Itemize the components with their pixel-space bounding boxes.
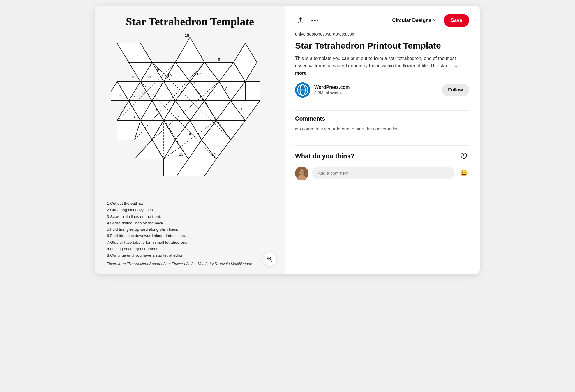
what-do-you-think-row: What do you think? — [295, 150, 469, 162]
follow-button[interactable]: Follow — [442, 84, 469, 96]
comment-input[interactable] — [312, 167, 455, 179]
svg-text:8: 8 — [225, 86, 227, 91]
svg-text:3: 3 — [184, 107, 186, 111]
svg-text:4: 4 — [214, 152, 216, 156]
instruction-line-3: 3.Score plain lines on the front. — [107, 213, 273, 220]
svg-text:2: 2 — [155, 108, 157, 113]
svg-text:11: 11 — [141, 91, 145, 95]
svg-text:12: 12 — [131, 75, 135, 79]
svg-text:3: 3 — [119, 94, 121, 98]
what-label: What do you think? — [295, 152, 354, 160]
share-button[interactable] — [295, 15, 306, 26]
commenter-avatar — [295, 167, 308, 180]
comments-title: Comments — [295, 115, 469, 122]
pin-title: Star Tetrahedron Printout Template — [295, 40, 469, 51]
svg-text:9: 9 — [157, 68, 159, 72]
svg-text:10: 10 — [192, 81, 196, 85]
svg-text:7: 7 — [133, 114, 135, 119]
pin-description: This is a template you can print out to … — [295, 55, 469, 77]
svg-text:6: 6 — [196, 88, 198, 92]
svg-point-85 — [269, 258, 270, 259]
lens-button[interactable] — [263, 252, 276, 266]
comment-input-row: 😀 — [295, 167, 469, 180]
author-followers: 3.3M followers — [314, 91, 438, 95]
svg-marker-0 — [175, 37, 204, 62]
svg-marker-21 — [245, 82, 260, 101]
svg-line-86 — [270, 260, 272, 262]
svg-text:12: 12 — [197, 72, 201, 76]
instruction-line-6: 6.Fold triangles downward along dotted l… — [107, 233, 273, 239]
diagram-area: .diag-line { stroke: #111; stroke-width:… — [107, 33, 273, 196]
divider-2 — [295, 145, 469, 146]
credit-line: Taken from "The Ancient Secret of the Fl… — [107, 262, 273, 266]
svg-text:5: 5 — [218, 57, 220, 62]
save-button[interactable]: Save — [444, 14, 469, 27]
image-title: Star Tetrahedron Template — [107, 15, 273, 28]
source-url[interactable]: universeofones.wordpress.com — [295, 31, 469, 36]
like-button[interactable] — [458, 150, 469, 162]
instruction-line-1: 1.Cut out the outline. — [107, 200, 273, 207]
svg-text:10: 10 — [167, 73, 172, 78]
svg-text:13: 13 — [179, 152, 183, 156]
divider — [295, 110, 469, 111]
author-row: WordPress.com 3.3M followers Follow — [295, 82, 469, 98]
author-avatar[interactable] — [295, 82, 310, 98]
top-bar: ••• Circular Designs Save — [295, 14, 469, 27]
instruction-line-2: 2.Cut along all heavy lines. — [107, 207, 273, 213]
board-selector[interactable]: Circular Designs — [389, 16, 440, 25]
svg-text:1: 1 — [214, 91, 216, 95]
svg-text:5: 5 — [187, 33, 189, 38]
svg-text:5: 5 — [235, 75, 237, 79]
instruction-line-9: 8.Continue until you have a star tetrahe… — [107, 252, 273, 259]
more-options-button[interactable]: ••• — [310, 15, 321, 26]
left-panel: Star Tetrahedron Template .diag-line { s… — [95, 6, 285, 274]
right-panel: ••• Circular Designs Save universeofones… — [285, 6, 480, 274]
emoji-button[interactable]: 😀 — [458, 168, 469, 179]
chevron-down-icon — [433, 18, 437, 23]
instructions-block: 1.Cut out the outline. 2.Cut along all h… — [107, 200, 273, 259]
author-info: WordPress.com 3.3M followers — [314, 85, 438, 95]
board-name: Circular Designs — [392, 17, 431, 23]
svg-marker-4 — [117, 43, 152, 62]
svg-text:6: 6 — [238, 94, 240, 98]
instruction-line-4: 4.Score dotted lines on the back. — [107, 220, 273, 226]
svg-text:7: 7 — [133, 94, 135, 98]
instruction-line-5: 5.Fold triangles upward along plain line… — [107, 226, 273, 233]
author-name: WordPress.com — [314, 85, 438, 90]
svg-text:11: 11 — [147, 75, 151, 79]
no-comments-text: No comments yet. Add one to start the co… — [295, 126, 469, 132]
svg-text:4: 4 — [189, 132, 191, 136]
tetrahedron-diagram: .diag-line { stroke: #111; stroke-width:… — [111, 33, 269, 196]
svg-text:8: 8 — [241, 107, 243, 111]
instruction-line-7: 7.Glue or tape tabs to form small tetrah… — [107, 239, 273, 246]
instruction-line-8: matching each equal number. — [107, 246, 273, 252]
